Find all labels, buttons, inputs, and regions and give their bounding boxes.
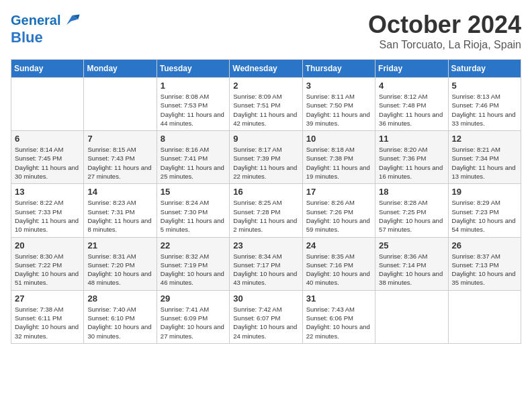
day-info: Sunrise: 8:23 AMSunset: 7:31 PMDaylight:… [87,198,152,234]
logo-general: General [11,13,60,28]
day-number: 6 [15,134,80,144]
day-number: 12 [452,134,517,144]
day-number: 29 [161,293,226,304]
day-info: Sunrise: 8:36 AMSunset: 7:14 PMDaylight:… [379,252,444,287]
calendar-week-row: 20Sunrise: 8:30 AMSunset: 7:22 PMDayligh… [11,237,521,290]
day-number: 7 [87,134,152,144]
calendar-cell [11,78,84,131]
day-info: Sunrise: 8:30 AMSunset: 7:22 PMDaylight:… [15,252,80,287]
calendar-cell: 18Sunrise: 8:28 AMSunset: 7:25 PMDayligh… [375,184,448,237]
calendar-table: SundayMondayTuesdayWednesdayThursdayFrid… [11,59,521,344]
calendar-cell: 5Sunrise: 8:13 AMSunset: 7:46 PMDaylight… [448,78,521,131]
day-number: 14 [87,187,152,197]
day-number: 28 [87,293,152,304]
day-info: Sunrise: 8:21 AMSunset: 7:34 PMDaylight:… [452,145,517,181]
calendar-cell: 2Sunrise: 8:09 AMSunset: 7:51 PMDaylight… [230,78,302,131]
day-number: 21 [87,240,152,250]
calendar-cell: 3Sunrise: 8:11 AMSunset: 7:50 PMDaylight… [302,78,375,131]
day-number: 16 [233,187,298,197]
day-info: Sunrise: 8:16 AMSunset: 7:41 PMDaylight:… [161,145,226,181]
day-info: Sunrise: 8:34 AMSunset: 7:17 PMDaylight:… [233,252,298,287]
calendar-cell: 6Sunrise: 8:14 AMSunset: 7:45 PMDaylight… [11,131,84,184]
day-number: 20 [15,240,80,250]
day-info: Sunrise: 8:35 AMSunset: 7:16 PMDaylight:… [306,252,371,287]
day-info: Sunrise: 8:24 AMSunset: 7:30 PMDaylight:… [161,198,226,234]
calendar-cell: 7Sunrise: 8:15 AMSunset: 7:43 PMDaylight… [84,131,157,184]
day-number: 9 [233,134,298,144]
day-number: 24 [306,240,371,250]
page-header: General Blue October 2024 San Torcuato, … [11,11,521,51]
day-info: Sunrise: 8:37 AMSunset: 7:13 PMDaylight:… [452,252,517,287]
calendar-header-row: SundayMondayTuesdayWednesdayThursdayFrid… [11,60,521,78]
day-number: 22 [161,240,226,250]
day-number: 10 [306,134,371,144]
logo-text: General [11,13,60,28]
day-number: 19 [452,187,517,197]
day-number: 8 [161,134,226,144]
calendar-cell: 9Sunrise: 8:17 AMSunset: 7:39 PMDaylight… [230,131,302,184]
day-number: 4 [379,81,444,91]
calendar-week-row: 6Sunrise: 8:14 AMSunset: 7:45 PMDaylight… [11,131,521,184]
calendar-cell: 8Sunrise: 8:16 AMSunset: 7:41 PMDaylight… [157,131,229,184]
day-number: 2 [233,81,298,91]
day-info: Sunrise: 7:43 AMSunset: 6:06 PMDaylight:… [306,305,371,340]
calendar-cell [375,290,448,343]
calendar-cell: 29Sunrise: 7:41 AMSunset: 6:09 PMDayligh… [157,290,229,343]
day-info: Sunrise: 8:25 AMSunset: 7:28 PMDaylight:… [233,198,298,234]
calendar-cell: 13Sunrise: 8:22 AMSunset: 7:33 PMDayligh… [11,184,84,237]
day-info: Sunrise: 8:26 AMSunset: 7:26 PMDaylight:… [306,198,371,234]
calendar-cell: 11Sunrise: 8:20 AMSunset: 7:36 PMDayligh… [375,131,448,184]
day-info: Sunrise: 8:13 AMSunset: 7:46 PMDaylight:… [452,92,517,128]
calendar-cell: 4Sunrise: 8:12 AMSunset: 7:48 PMDaylight… [375,78,448,131]
day-info: Sunrise: 7:42 AMSunset: 6:07 PMDaylight:… [233,305,298,340]
day-info: Sunrise: 8:28 AMSunset: 7:25 PMDaylight:… [379,198,444,234]
day-info: Sunrise: 8:32 AMSunset: 7:19 PMDaylight:… [161,252,226,287]
day-info: Sunrise: 8:11 AMSunset: 7:50 PMDaylight:… [306,92,371,128]
day-info: Sunrise: 8:09 AMSunset: 7:51 PMDaylight:… [233,92,298,128]
day-number: 26 [452,240,517,250]
day-info: Sunrise: 7:40 AMSunset: 6:10 PMDaylight:… [87,305,152,340]
calendar-cell: 28Sunrise: 7:40 AMSunset: 6:10 PMDayligh… [84,290,157,343]
day-number: 5 [452,81,517,91]
day-number: 31 [306,293,371,304]
calendar-cell: 10Sunrise: 8:18 AMSunset: 7:38 PMDayligh… [302,131,375,184]
calendar-cell: 24Sunrise: 8:35 AMSunset: 7:16 PMDayligh… [302,237,375,290]
calendar-cell: 23Sunrise: 8:34 AMSunset: 7:17 PMDayligh… [230,237,302,290]
day-number: 11 [379,134,444,144]
calendar-week-row: 1Sunrise: 8:08 AMSunset: 7:53 PMDaylight… [11,78,521,131]
day-info: Sunrise: 7:38 AMSunset: 6:11 PMDaylight:… [15,305,80,340]
calendar-cell: 19Sunrise: 8:29 AMSunset: 7:23 PMDayligh… [448,184,521,237]
day-info: Sunrise: 8:29 AMSunset: 7:23 PMDaylight:… [452,198,517,234]
title-block: October 2024 San Torcuato, La Rioja, Spa… [368,11,521,51]
day-info: Sunrise: 8:17 AMSunset: 7:39 PMDaylight:… [233,145,298,181]
day-info: Sunrise: 8:31 AMSunset: 7:20 PMDaylight:… [87,252,152,287]
calendar-cell: 14Sunrise: 8:23 AMSunset: 7:31 PMDayligh… [84,184,157,237]
day-info: Sunrise: 7:41 AMSunset: 6:09 PMDaylight:… [161,305,226,340]
col-header-sunday: Sunday [11,60,84,78]
col-header-friday: Friday [375,60,448,78]
day-info: Sunrise: 8:08 AMSunset: 7:53 PMDaylight:… [161,92,226,128]
calendar-cell: 15Sunrise: 8:24 AMSunset: 7:30 PMDayligh… [157,184,229,237]
day-info: Sunrise: 8:14 AMSunset: 7:45 PMDaylight:… [15,145,80,181]
day-number: 25 [379,240,444,250]
day-number: 17 [306,187,371,197]
col-header-monday: Monday [84,60,157,78]
day-number: 3 [306,81,371,91]
calendar-week-row: 13Sunrise: 8:22 AMSunset: 7:33 PMDayligh… [11,184,521,237]
day-number: 18 [379,187,444,197]
calendar-cell: 17Sunrise: 8:26 AMSunset: 7:26 PMDayligh… [302,184,375,237]
calendar-cell: 31Sunrise: 7:43 AMSunset: 6:06 PMDayligh… [302,290,375,343]
logo-blue: Blue [11,30,81,46]
day-info: Sunrise: 8:20 AMSunset: 7:36 PMDaylight:… [379,145,444,181]
day-number: 1 [161,81,226,91]
calendar-cell: 30Sunrise: 7:42 AMSunset: 6:07 PMDayligh… [230,290,302,343]
calendar-week-row: 27Sunrise: 7:38 AMSunset: 6:11 PMDayligh… [11,290,521,343]
calendar-cell: 27Sunrise: 7:38 AMSunset: 6:11 PMDayligh… [11,290,84,343]
col-header-saturday: Saturday [448,60,521,78]
day-number: 27 [15,293,80,304]
day-number: 15 [161,187,226,197]
calendar-cell: 1Sunrise: 8:08 AMSunset: 7:53 PMDaylight… [157,78,229,131]
day-info: Sunrise: 8:22 AMSunset: 7:33 PMDaylight:… [15,198,80,234]
calendar-cell [448,290,521,343]
day-number: 13 [15,187,80,197]
